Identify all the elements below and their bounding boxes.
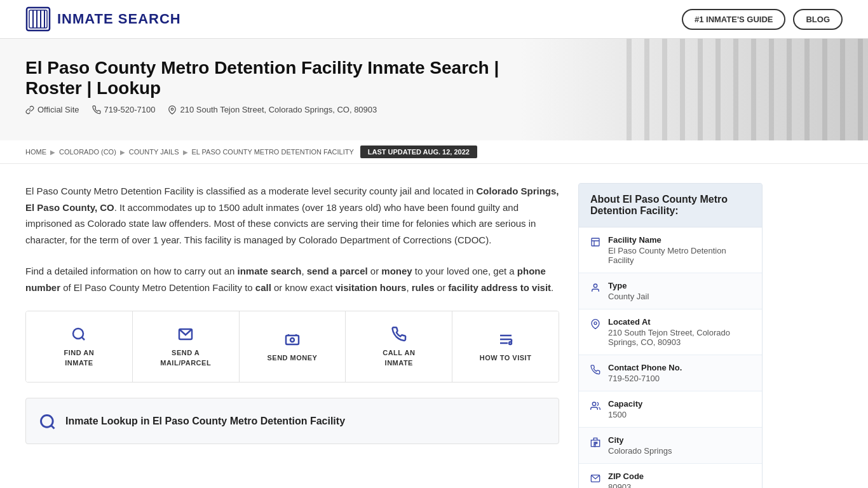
- svg-point-7: [73, 329, 83, 339]
- phone-sidebar-icon: [590, 363, 600, 375]
- main-container: El Paso County Metro Detention Facility …: [0, 164, 868, 488]
- sidebar-row-facility-name: Facility Name El Paso County Metro Deten…: [579, 227, 762, 273]
- sidebar: About El Paso County Metro Detention Fac…: [578, 183, 763, 488]
- action-how-to-visit[interactable]: HOW TO VISIT: [452, 311, 559, 382]
- breadcrumb-sep-2: ▶: [120, 149, 125, 156]
- phone-number: 719-520-7100: [104, 105, 156, 114]
- official-site-text[interactable]: Official Site: [37, 105, 79, 114]
- how-to-visit-label: HOW TO VISIT: [480, 353, 532, 363]
- header-nav: #1 INMATE'S GUIDE BLOG: [682, 9, 843, 30]
- sidebar-location-label: Located At: [608, 317, 750, 327]
- breadcrumb-state[interactable]: COLORADO (CO): [59, 148, 116, 156]
- hero-meta: Official Site 719-520-7100 210 South Tej…: [25, 105, 843, 114]
- logo[interactable]: INMATE SEARCH: [25, 6, 181, 32]
- last-updated-badge: LAST UPDATED AUG. 12, 2022: [360, 146, 477, 158]
- hero-background: [627, 39, 868, 140]
- svg-point-6: [172, 108, 174, 111]
- envelope-icon: [590, 472, 600, 484]
- sidebar-facility-name-value: El Paso County Metro Detention Facility: [608, 246, 750, 265]
- sidebar-capacity-content: Capacity 1500: [608, 399, 642, 419]
- sidebar-facility-name-label: Facility Name: [608, 235, 750, 245]
- sidebar-card: About El Paso County Metro Detention Fac…: [578, 183, 763, 488]
- sidebar-row-type: Type County Jail: [579, 273, 762, 309]
- sidebar-row-location: Located At 210 South Tejon Street, Color…: [579, 309, 762, 355]
- breadcrumb-county-jails[interactable]: COUNTY JAILS: [129, 148, 179, 156]
- svg-rect-30: [596, 442, 597, 444]
- sidebar-zip-content: ZIP Code 80903: [608, 471, 644, 488]
- link-icon: [25, 105, 34, 114]
- sidebar-header: About El Paso County Metro Detention Fac…: [579, 184, 762, 227]
- sidebar-phone-content: Contact Phone No. 719-520-7100: [608, 363, 682, 383]
- svg-point-25: [594, 322, 597, 324]
- lookup-title: Inmate Lookup in El Paso County Metro De…: [65, 416, 345, 427]
- content-left: El Paso County Metro Detention Facility …: [25, 183, 559, 488]
- sidebar-zip-label: ZIP Code: [608, 471, 644, 481]
- svg-line-8: [82, 337, 85, 340]
- lookup-section[interactable]: Inmate Lookup in El Paso County Metro De…: [25, 398, 559, 444]
- sidebar-city-value: Colorado Springs: [608, 446, 672, 456]
- breadcrumb: HOME ▶ COLORADO (CO) ▶ COUNTY JAILS ▶ EL…: [0, 140, 868, 164]
- sidebar-row-city: City Colorado Springs: [579, 428, 762, 464]
- address-item: 210 South Tejon Street, Colorado Springs…: [168, 105, 377, 114]
- sidebar-row-capacity: Capacity 1500: [579, 391, 762, 428]
- svg-point-24: [593, 284, 597, 287]
- svg-point-19: [41, 416, 53, 428]
- search-icon: [71, 325, 86, 342]
- building-icon: [590, 236, 600, 247]
- money-icon: [285, 330, 300, 347]
- map-pin-icon: [590, 318, 600, 329]
- official-site-link[interactable]: Official Site: [25, 105, 79, 114]
- sidebar-type-value: County Jail: [608, 292, 649, 301]
- visit-icon: [498, 330, 513, 347]
- blog-button[interactable]: BLOG: [793, 9, 843, 30]
- sidebar-row-phone: Contact Phone No. 719-520-7100: [579, 355, 762, 391]
- find-inmate-label: FIND ANINMATE: [64, 348, 95, 368]
- mail-icon: [178, 325, 193, 342]
- people-icon: [590, 400, 600, 411]
- svg-point-26: [592, 402, 595, 405]
- sidebar-type-label: Type: [608, 281, 649, 290]
- breadcrumb-home[interactable]: HOME: [25, 148, 46, 156]
- sidebar-location-content: Located At 210 South Tejon Street, Color…: [608, 317, 750, 347]
- breadcrumb-sep-1: ▶: [50, 149, 55, 156]
- send-mail-label: SEND AMAIL/PARCEL: [160, 348, 211, 368]
- sidebar-facility-name-content: Facility Name El Paso County Metro Deten…: [608, 235, 750, 265]
- description-para-2: Find a detailed information on how to ca…: [25, 263, 559, 295]
- hero-section: El Paso County Metro Detention Facility …: [0, 39, 868, 140]
- action-call-inmate[interactable]: CALL ANINMATE: [346, 311, 452, 382]
- location-icon: [168, 105, 177, 114]
- svg-rect-0: [27, 8, 50, 30]
- person-icon: [590, 281, 600, 293]
- action-send-money[interactable]: SEND MONEY: [240, 311, 346, 382]
- breadcrumb-facility[interactable]: EL PASO COUNTY METRO DETENTION FACILITY: [192, 148, 354, 156]
- lookup-search-icon: [39, 411, 57, 431]
- breadcrumb-sep-3: ▶: [183, 149, 188, 156]
- action-send-mail[interactable]: SEND AMAIL/PARCEL: [133, 311, 240, 382]
- logo-text: INMATE SEARCH: [57, 11, 181, 27]
- description-para-1: El Paso County Metro Detention Facility …: [25, 183, 559, 248]
- logo-icon: [25, 6, 51, 32]
- phone-link[interactable]: 719-520-7100: [92, 105, 156, 114]
- svg-rect-29: [594, 442, 595, 444]
- guide-button[interactable]: #1 INMATE'S GUIDE: [682, 9, 785, 30]
- sidebar-type-content: Type County Jail: [608, 281, 649, 301]
- page-title: El Paso County Metro Detention Facility …: [25, 58, 546, 98]
- svg-point-17: [509, 342, 512, 344]
- svg-point-11: [290, 338, 294, 342]
- sidebar-location-value: 210 South Tejon Street, Colorado Springs…: [608, 328, 750, 347]
- sidebar-row-zip: ZIP Code 80903: [579, 464, 762, 488]
- action-find-inmate[interactable]: FIND ANINMATE: [26, 311, 133, 382]
- sidebar-capacity-value: 1500: [608, 410, 642, 419]
- call-inmate-label: CALL ANINMATE: [383, 348, 415, 368]
- call-icon: [391, 325, 407, 342]
- action-cards: FIND ANINMATE SEND AMAIL/PARCEL: [25, 311, 559, 383]
- send-money-label: SEND MONEY: [268, 353, 318, 363]
- sidebar-phone-label: Contact Phone No.: [608, 363, 682, 372]
- sidebar-city-content: City Colorado Springs: [608, 435, 672, 456]
- svg-rect-21: [592, 238, 599, 246]
- svg-rect-31: [594, 444, 595, 446]
- address-text: 210 South Tejon Street, Colorado Springs…: [180, 105, 377, 114]
- sidebar-zip-value: 80903: [608, 482, 644, 488]
- sidebar-phone-value: 719-520-7100: [608, 374, 682, 383]
- sidebar-city-label: City: [608, 435, 672, 445]
